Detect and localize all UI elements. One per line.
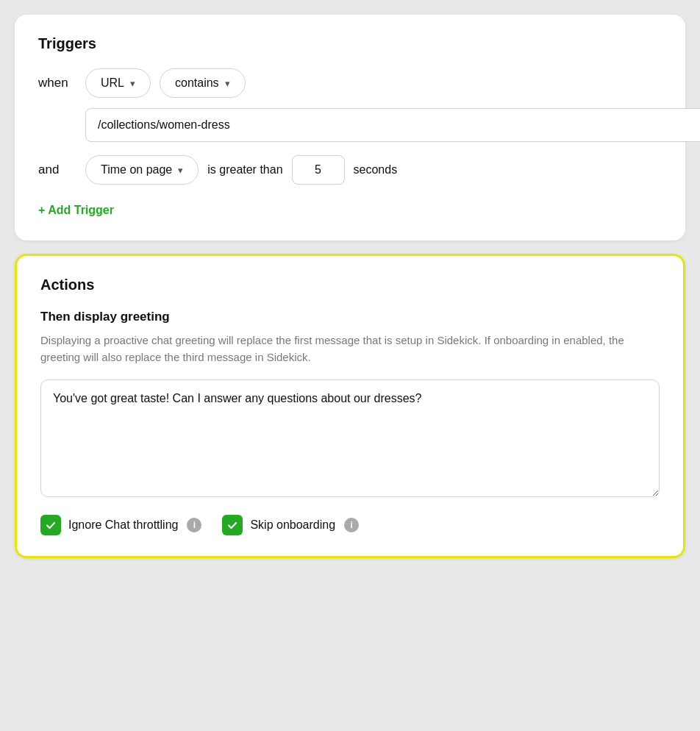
- and-label: and: [38, 163, 76, 177]
- when-label: when: [38, 76, 76, 90]
- url-input[interactable]: [85, 108, 700, 142]
- actions-description: Displaying a proactive chat greeting wil…: [40, 332, 660, 366]
- skip-onboarding-checkbox[interactable]: [222, 515, 243, 535]
- when-row: when URL ▾ contains ▾: [38, 68, 662, 98]
- triggers-card: Triggers when URL ▾ contains ▾ and Time …: [15, 15, 685, 240]
- contains-dropdown[interactable]: contains ▾: [160, 68, 246, 98]
- ignore-throttling-checkbox[interactable]: [40, 515, 61, 535]
- checkmark-icon: [45, 519, 57, 531]
- add-trigger-button[interactable]: + Add Trigger: [38, 201, 114, 220]
- checkboxes-row: Ignore Chat throttling i Skip onboarding…: [40, 515, 660, 535]
- contains-dropdown-label: contains: [175, 76, 219, 90]
- contains-dropdown-arrow: ▾: [225, 78, 230, 89]
- skip-onboarding-info-icon[interactable]: i: [344, 518, 359, 532]
- checkmark-icon-2: [226, 519, 238, 531]
- time-on-page-arrow: ▾: [178, 165, 183, 176]
- greeting-textarea[interactable]: You've got great taste! Can I answer any…: [40, 379, 660, 497]
- skip-onboarding-item: Skip onboarding i: [222, 515, 359, 535]
- url-dropdown-arrow: ▾: [130, 78, 135, 89]
- url-dropdown[interactable]: URL ▾: [85, 68, 151, 98]
- actions-subtitle: Then display greeting: [40, 310, 660, 324]
- actions-card: Actions Then display greeting Displaying…: [15, 254, 685, 558]
- triggers-title: Triggers: [38, 35, 662, 52]
- ignore-throttling-label: Ignore Chat throttling: [68, 518, 178, 532]
- ignore-throttling-item: Ignore Chat throttling i: [40, 515, 201, 535]
- seconds-input[interactable]: [292, 155, 345, 185]
- time-on-page-label: Time on page: [101, 163, 172, 176]
- is-greater-label: is greater than: [207, 163, 282, 176]
- ignore-throttling-info-icon[interactable]: i: [187, 518, 201, 532]
- actions-title: Actions: [40, 277, 660, 293]
- url-input-row: [38, 108, 662, 142]
- url-dropdown-label: URL: [101, 76, 124, 90]
- seconds-label: seconds: [354, 163, 398, 176]
- time-on-page-dropdown[interactable]: Time on page ▾: [85, 155, 199, 185]
- skip-onboarding-label: Skip onboarding: [250, 518, 335, 532]
- and-row: and Time on page ▾ is greater than secon…: [38, 155, 662, 185]
